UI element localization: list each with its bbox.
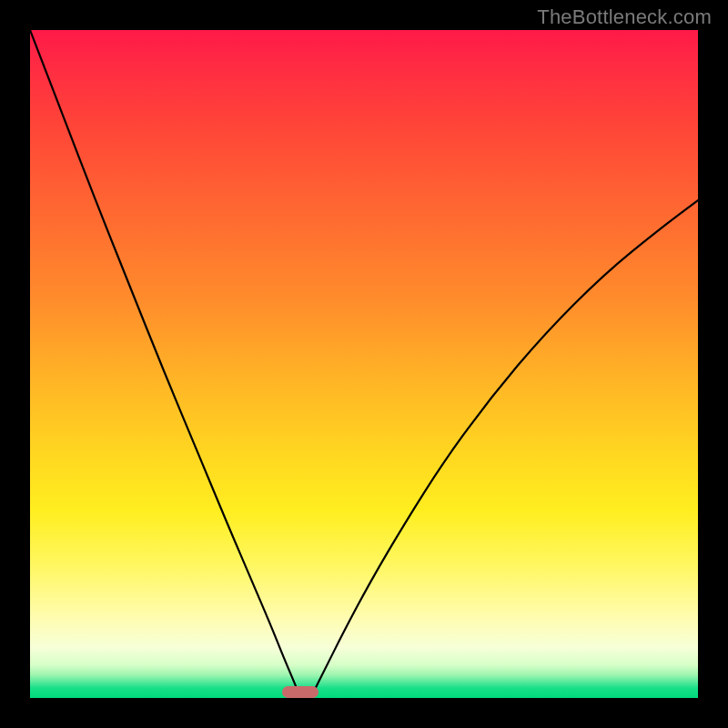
curve-layer: [30, 30, 698, 698]
plot-area: [30, 30, 698, 698]
bottleneck-marker: [282, 686, 318, 698]
chart-frame: TheBottleneck.com: [0, 0, 728, 728]
watermark-text: TheBottleneck.com: [537, 5, 712, 29]
left-curve: [30, 30, 300, 698]
right-curve: [310, 200, 698, 698]
